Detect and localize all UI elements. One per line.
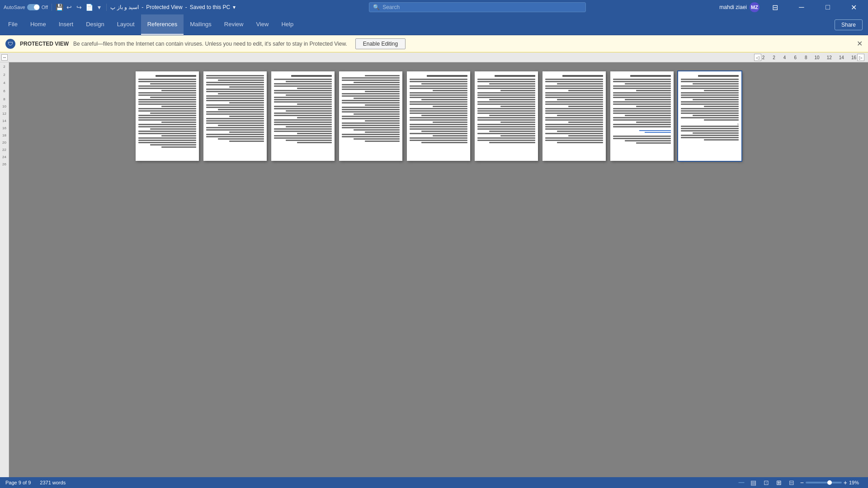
page-5[interactable] xyxy=(407,71,470,161)
ruler-adjust-plus[interactable]: ▷ xyxy=(857,54,864,61)
page-3[interactable] xyxy=(271,71,335,161)
autosave-toggle[interactable]: AutoSave Off xyxy=(4,4,48,10)
page-9[interactable]: 1 xyxy=(678,71,741,161)
sep1 xyxy=(52,4,52,11)
zoom-level: 19% xyxy=(849,480,863,485)
doc-saved-arrow[interactable]: ▾ xyxy=(233,4,236,10)
redo-icon[interactable]: ↪ xyxy=(75,4,83,11)
ribbon: File Home Insert Design Layout Reference… xyxy=(0,14,868,35)
search-placeholder: Search xyxy=(382,4,400,10)
focus-button[interactable] xyxy=(738,482,745,483)
web-layout-view-btn[interactable]: ⊡ xyxy=(762,479,770,486)
minimize-btn[interactable]: ─ xyxy=(791,0,812,14)
status-right: ▤ ⊡ ⊞ ⊟ − + 19% xyxy=(738,479,863,486)
enable-editing-button[interactable]: Enable Editing xyxy=(355,38,406,49)
share-button[interactable]: Share xyxy=(835,19,863,30)
page-1[interactable] xyxy=(136,71,199,161)
focus-view-btn[interactable]: ⊟ xyxy=(788,479,796,486)
zoom-slider[interactable] xyxy=(806,482,842,483)
sep2 xyxy=(106,4,107,11)
close-btn[interactable]: ✕ xyxy=(844,0,864,14)
ruler-adjust-minus[interactable]: ◁ xyxy=(754,54,761,61)
autosave-state: Off xyxy=(42,5,48,10)
thumbnail-view-btn[interactable]: ⊞ xyxy=(775,479,783,486)
title-bar-left: AutoSave Off 💾 ↩ ↪ 📄 ▾ اسید و باز پ - Pr… xyxy=(4,4,236,11)
user-initials: MZ xyxy=(751,5,758,10)
tab-insert[interactable]: Insert xyxy=(52,14,80,35)
tab-layout[interactable]: Layout xyxy=(111,14,141,35)
ruler-bar: ↔ ◁ 2 2 4 6 8 10 12 14 16 ▷ xyxy=(0,52,868,62)
search-bar[interactable]: 🔍 Search xyxy=(369,2,586,12)
main-content: 2 2 4 6 8 10 12 14 16 18 20 22 24 26 xyxy=(0,62,868,477)
zoom-bar: − + 19% xyxy=(800,479,863,486)
tab-review[interactable]: Review xyxy=(218,14,250,35)
tab-view[interactable]: View xyxy=(250,14,275,35)
zoom-thumb xyxy=(827,480,832,485)
print-layout-view-btn[interactable]: ▤ xyxy=(749,479,758,486)
word-count: 2371 words xyxy=(40,480,66,485)
tab-help[interactable]: Help xyxy=(275,14,300,35)
tab-file[interactable]: File xyxy=(2,14,24,35)
page-8[interactable] xyxy=(610,71,674,161)
customize-icon[interactable]: ▾ xyxy=(95,4,103,11)
page-info: Page 9 of 9 xyxy=(5,480,31,485)
ruler-numbers: ◁ 2 2 4 6 8 10 12 14 16 ▷ xyxy=(754,52,868,62)
doc-saved: Saved to this PC xyxy=(190,4,230,10)
autosave-knob xyxy=(34,5,39,10)
search-icon: 🔍 xyxy=(373,4,380,10)
shield-icon: 🛡 xyxy=(5,39,15,49)
autosave-label: AutoSave xyxy=(4,5,25,10)
title-sep2: - xyxy=(185,4,187,10)
save-icon[interactable]: 💾 xyxy=(56,4,63,11)
tab-mailings[interactable]: Mailings xyxy=(184,14,218,35)
user-info: mahdi ziaei MZ xyxy=(719,2,760,12)
protected-view-bar: 🛡 PROTECTED VIEW Be careful—files from t… xyxy=(0,35,868,52)
tab-design[interactable]: Design xyxy=(80,14,110,35)
undo-icon[interactable]: ↩ xyxy=(66,4,73,11)
title-bar: AutoSave Off 💾 ↩ ↪ 📄 ▾ اسید و باز پ - Pr… xyxy=(0,0,868,14)
ruler-scale: 2 2 4 6 8 10 12 14 16 xyxy=(762,55,856,60)
status-bar: Page 9 of 9 2371 words ▤ ⊡ ⊞ ⊟ − + 19% xyxy=(0,477,868,488)
status-left: Page 9 of 9 2371 words xyxy=(5,480,66,485)
tab-references[interactable]: References xyxy=(141,14,184,35)
autosave-switch[interactable] xyxy=(27,4,40,10)
pages-strip: 1 xyxy=(136,71,741,161)
title-bar-right: mahdi ziaei MZ ⊟ ─ □ ✕ xyxy=(719,0,864,14)
zoom-minus-btn[interactable]: − xyxy=(800,479,804,486)
restore-btn[interactable]: □ xyxy=(817,0,838,14)
page-2[interactable] xyxy=(203,71,267,161)
protected-close-icon[interactable]: ✕ xyxy=(857,39,863,48)
title-sep: - xyxy=(142,4,143,10)
document-title: اسید و باز پ - Protected View - Saved to… xyxy=(110,4,236,10)
doc-name: اسید و باز پ xyxy=(110,4,139,10)
ribbon-display-btn[interactable]: ⊟ xyxy=(765,0,786,14)
page-6[interactable] xyxy=(475,71,538,161)
user-name: mahdi ziaei xyxy=(719,4,747,10)
protected-title: PROTECTED VIEW xyxy=(20,41,69,47)
page-4[interactable] xyxy=(339,71,402,161)
zoom-plus-btn[interactable]: + xyxy=(844,479,847,486)
ruler-corner: ↔ xyxy=(0,52,9,62)
protected-message: Be careful—files from the Internet can c… xyxy=(73,41,347,47)
word-icon: 📄 xyxy=(85,4,93,11)
page-7[interactable] xyxy=(542,71,606,161)
doc-mode: Protected View xyxy=(146,4,183,10)
document-area: 1 xyxy=(9,62,868,477)
left-ruler: 2 2 4 6 8 10 12 14 16 18 20 22 24 26 xyxy=(0,62,9,477)
tab-home[interactable]: Home xyxy=(24,14,52,35)
user-avatar: MZ xyxy=(750,2,760,12)
